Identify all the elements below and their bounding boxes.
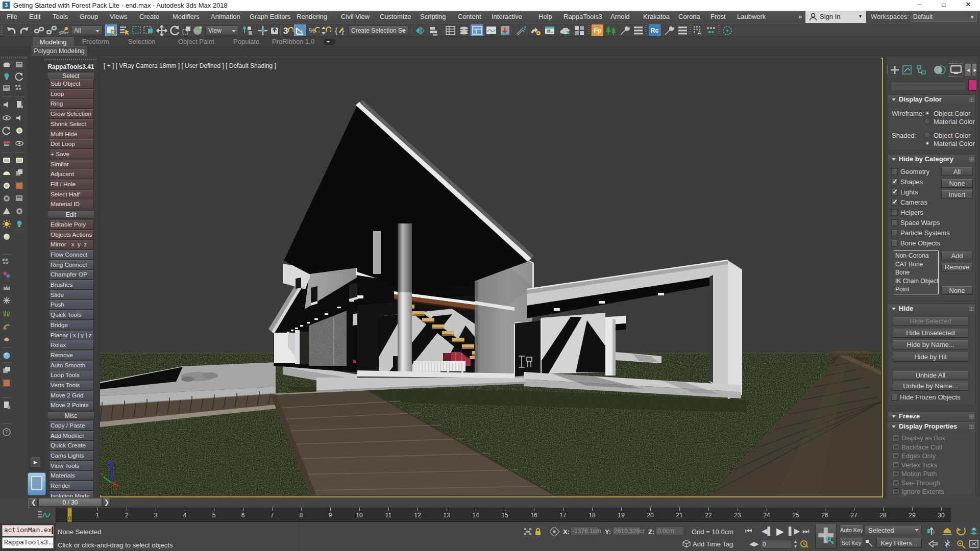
svg-text:{: { bbox=[335, 27, 338, 35]
svg-text:X: X bbox=[114, 487, 117, 492]
svg-text:A: A bbox=[698, 30, 701, 36]
svg-text:fur: fur bbox=[3, 327, 7, 330]
svg-text:Y: Y bbox=[101, 472, 104, 477]
svg-text:%: % bbox=[309, 26, 315, 35]
svg-text:I: I bbox=[933, 529, 935, 535]
svg-text:}: } bbox=[341, 27, 345, 35]
svg-text:?: ? bbox=[5, 430, 8, 435]
svg-text:3: 3 bbox=[283, 26, 288, 36]
